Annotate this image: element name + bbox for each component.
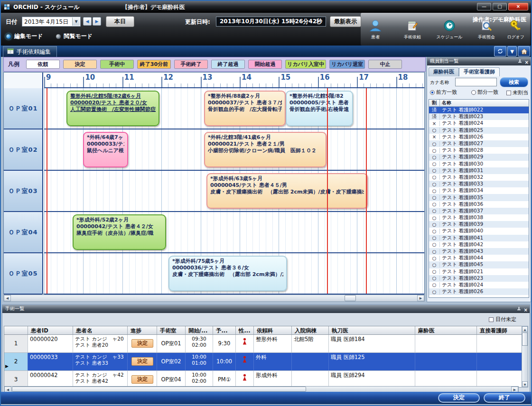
pin-icon[interactable] (517, 306, 521, 314)
staff-row[interactable]: 済テスト 看護師023 (429, 113, 529, 120)
staff-row[interactable]: ○テスト 看護師028 (429, 147, 529, 154)
next-day-button[interactable]: ▶ (93, 17, 101, 26)
partial-match-radio[interactable]: 部分一致 (471, 89, 498, 96)
staff-row[interactable]: ○テスト 看護師033 (429, 181, 529, 187)
panel-close-icon[interactable]: × (524, 308, 528, 313)
column-header[interactable] (4, 326, 28, 334)
staff-row[interactable]: ○テスト 看護師039 (429, 221, 529, 228)
nav-patient[interactable]: 患者 (363, 20, 388, 40)
surgery-block-text: *外科/北館3階/41歳6ヶ月 (208, 134, 323, 141)
column-header[interactable]: 開始/... (186, 326, 213, 334)
gantt-horizontal-scrollbar[interactable]: ◀ ▶ (3, 295, 425, 302)
staff-row[interactable]: ○テスト 看護師025 (429, 127, 529, 134)
surgery-block[interactable]: *形成外科/63歳5ヶ月00000045/テスト 患者４５/男皮膚・皮下腫瘍摘出… (206, 173, 368, 209)
maximize-button[interactable]: □ (493, 3, 507, 10)
pin-icon[interactable] (518, 59, 522, 66)
refresh-latest-button[interactable]: 最新表示 (330, 16, 361, 27)
staff-row[interactable]: ○テスト 看護師045 (429, 261, 529, 268)
minimize-button[interactable]: — (477, 3, 491, 10)
staff-row[interactable]: ○テスト 看護師041 (429, 235, 529, 241)
surgery-row[interactable]: ▶200000033テスト カンジ゙ャ33テスト 患者33決定OP室0210:0… (4, 353, 525, 371)
staff-row[interactable]: ×テスト 看護師026 (429, 134, 529, 140)
surgery-block[interactable]: *形成外科/52歳2ヶ月00000042/テスト 患者４２/女腋臭症手術（皮弁法… (73, 214, 166, 250)
staff-row[interactable]: ○テスト 看護師042 (429, 241, 529, 248)
prev-day-button[interactable]: ◀ (83, 17, 92, 26)
dropdown-button[interactable]: ▼ (507, 46, 517, 56)
column-header[interactable]: 予... (213, 326, 236, 334)
column-header[interactable]: 患者ID (28, 326, 73, 334)
surgery-list-panel: 手術一覧 × 日付未定 患者ID患者名進捗手術室開始/...予...性...依頼… (2, 304, 530, 394)
surgery-block[interactable]: *形成外科/75歳5ヶ月00000036/テスト 患者３６/女皮膚・皮下腫瘍摘出… (168, 256, 287, 291)
staff-row[interactable]: ○テスト 看護師024 (429, 282, 529, 288)
surgery-block[interactable]: *整形外科/北館5階/8200000005/テスト 患者骨折観血的手術/右橈骨遠 (286, 91, 353, 126)
today-button[interactable]: 本日 (106, 16, 134, 27)
surgery-block[interactable]: 整形外科/北館5階/82歳6ヶ月00000020/テスト 患者２０/女人工関節置… (66, 91, 159, 126)
scrollbar-thumb[interactable] (12, 387, 306, 392)
staff-row[interactable]: ○テスト 看護師029 (429, 154, 529, 160)
exit-button[interactable]: 終了 (484, 393, 525, 403)
home-button[interactable] (518, 46, 530, 56)
column-header[interactable]: 患者名 (73, 326, 128, 334)
column-header[interactable]: 進捗 (128, 326, 157, 334)
staff-row[interactable]: 済テスト 看護師022 (429, 107, 529, 113)
staff-row[interactable]: ○テスト 看護師026 (429, 288, 529, 295)
staff-row[interactable]: ○テスト 看護師044 (429, 255, 529, 261)
date-undecided-checkbox[interactable]: 日付未定 (489, 316, 516, 323)
column-header[interactable]: 入院病棟 (292, 326, 329, 334)
scroll-right-icon[interactable]: ▶ (417, 295, 424, 301)
staff-row[interactable]: ○テスト 看護師040 (429, 228, 529, 234)
close-button[interactable]: × (508, 3, 528, 10)
unassigned-checkbox[interactable]: 未割当 (506, 89, 528, 96)
panel-close-icon[interactable]: × (525, 60, 529, 65)
staff-row[interactable]: ○テスト 看護師043 (429, 248, 529, 255)
surgery-block[interactable]: *外科/64歳7ヶ00000033/テス鼠径ヘルニア根 (83, 132, 128, 167)
staff-row[interactable]: ○テスト 看護師035 (429, 194, 529, 201)
tab-anesthesiologist[interactable]: 麻酔科医 (429, 67, 459, 76)
scroll-up-icon[interactable]: ▲ (522, 326, 528, 332)
staff-row[interactable]: ×テスト 看護師024 (429, 120, 529, 127)
staff-row[interactable]: ○テスト 看護師021 (429, 268, 529, 275)
column-header[interactable]: 麻酔医 (415, 326, 477, 334)
scrollbar-thumb[interactable] (345, 295, 356, 301)
nav-surgery-request[interactable]: 手術依頼 (400, 20, 425, 40)
nav-logoff[interactable]: ログオフ (507, 20, 524, 40)
table-vertical-scrollbar[interactable]: ▲ ▼ (522, 326, 528, 388)
edit-mode-radio[interactable]: 編集モード (6, 32, 43, 40)
surgery-row[interactable]: 300000042テスト カンジ゙ャ42テスト 患者42決定OP室0410:00… (4, 371, 525, 388)
staff-row[interactable]: ○テスト 看護師030 (429, 161, 529, 167)
date-select[interactable]: 2013年 4月15日 ▼ (22, 17, 81, 27)
scroll-left-icon[interactable]: ◀ (4, 295, 11, 301)
staff-row[interactable]: ○テスト 看護師027 (429, 140, 529, 147)
staff-row[interactable]: ○テスト 看護師032 (429, 174, 529, 181)
staff-row[interactable]: ○テスト 看護師037 (429, 208, 529, 214)
surgery-block[interactable]: *整形外科/88歳2ヶ月00000037/テスト 患者３７/女骨折観血的手術 /… (204, 91, 286, 126)
nav-surgery-inquiry[interactable]: 手術照会 (474, 20, 499, 40)
column-header[interactable]: 執刀医 (329, 326, 415, 334)
column-header[interactable]: 依頼科 (254, 326, 292, 334)
staff-list: 割 名称 済テスト 看護師022済テスト 看護師023×テスト 看護師024○テ… (429, 99, 529, 298)
scroll-down-icon[interactable]: ▼ (522, 381, 528, 387)
staff-row[interactable]: ○テスト 看護師036 (429, 201, 529, 208)
column-header[interactable]: 手術室 (157, 326, 186, 334)
staff-row[interactable]: ○テスト 看護師034 (429, 187, 529, 194)
tab-or-nurse[interactable]: 手術室看護師 (459, 67, 500, 76)
patient-name: テスト カンジ゙ャ42テスト 患者42 (73, 371, 128, 388)
staff-row[interactable]: ○テスト 看護師031 (429, 167, 529, 174)
staff-row[interactable]: ○テスト 看護師023 (429, 275, 529, 282)
staff-row[interactable]: ○テスト 看護師038 (429, 214, 529, 221)
search-button[interactable]: 検索 (500, 77, 528, 87)
tab-surgery-request-edit[interactable]: 手術依頼編集 (3, 46, 57, 57)
surgery-row[interactable]: 100000020テスト カンジ゙ャ20テスト 患者20決定OP室0109:30… (4, 335, 525, 353)
prefix-match-radio[interactable]: 前方一致 (430, 89, 457, 96)
admission-ward (292, 353, 329, 370)
scrollbar-thumb[interactable] (522, 332, 528, 346)
kana-name-input[interactable] (455, 78, 497, 86)
refresh-icon-button[interactable] (494, 46, 506, 56)
chevron-down-icon[interactable]: ▼ (72, 18, 80, 26)
view-mode-radio[interactable]: 閲覧モード (56, 32, 93, 40)
column-header[interactable]: 性... (236, 326, 254, 334)
column-header[interactable]: 直接看護師 (477, 326, 526, 334)
nav-schedule[interactable]: スケジュール (437, 20, 462, 40)
decide-button[interactable]: 決定 (438, 393, 480, 403)
surgery-block[interactable]: *外科/北館3階/41歳6ヶ月00000021/テスト 患者２１/男小腸部分切除… (204, 132, 327, 167)
